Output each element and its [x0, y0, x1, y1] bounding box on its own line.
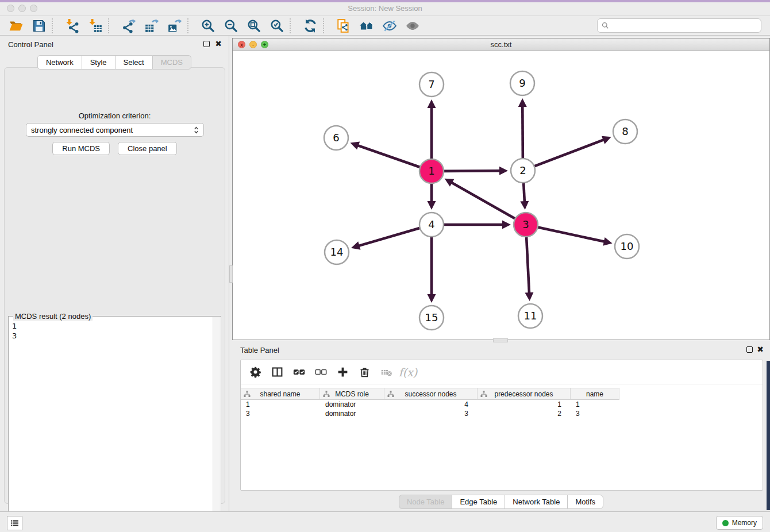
- column-header-mcds-role[interactable]: MCDS role: [320, 388, 384, 400]
- deselect-all-icon: [315, 366, 327, 378]
- tab-select[interactable]: Select: [115, 55, 152, 70]
- network-window-titlebar[interactable]: x - + scc.txt: [233, 38, 769, 51]
- table-row[interactable]: 1dominator411: [241, 400, 763, 409]
- float-panel-icon[interactable]: [203, 41, 210, 47]
- column-header-shared-name[interactable]: shared name: [241, 388, 320, 400]
- copy-network-icon: [336, 18, 351, 33]
- node-label-4: 4: [428, 218, 434, 230]
- edge-3-1[interactable]: [451, 182, 517, 219]
- vertical-splitter-handle[interactable]: [229, 265, 233, 283]
- table-row[interactable]: 3dominator323: [241, 409, 763, 418]
- edge-arrowhead: [351, 141, 360, 149]
- column-header-label: predecessor nodes: [494, 390, 553, 398]
- task-history-button[interactable]: [7, 516, 22, 530]
- memory-button[interactable]: Memory: [716, 516, 763, 530]
- save-session-button[interactable]: [28, 17, 51, 34]
- edge-arrowhead: [603, 237, 612, 246]
- table-options-icon: [249, 366, 261, 378]
- node-label-8: 8: [622, 125, 628, 137]
- home-view-button[interactable]: [355, 17, 378, 34]
- tab-network-table[interactable]: Network Table: [505, 495, 567, 509]
- export-table-button[interactable]: [140, 17, 163, 34]
- table-cell[interactable]: 2: [478, 409, 571, 418]
- search-input[interactable]: [612, 21, 757, 30]
- edge-1-6[interactable]: [357, 145, 421, 168]
- table-cell[interactable]: 3: [241, 409, 320, 418]
- criterion-select[interactable]: strongly connected component: [26, 123, 204, 137]
- open-file-icon: [9, 18, 24, 33]
- table-panel-title: Table Panel: [240, 346, 279, 354]
- import-table-button[interactable]: [84, 17, 107, 34]
- table-header-row: shared nameMCDS rolesuccessor nodesprede…: [241, 388, 763, 400]
- network-graph[interactable]: 7968124314101511: [233, 51, 769, 340]
- select-chevrons-icon: [194, 126, 199, 134]
- edge-1-2[interactable]: [442, 171, 500, 171]
- search-box[interactable]: [597, 18, 761, 33]
- search-icon: [601, 21, 610, 30]
- tab-motifs[interactable]: Motifs: [567, 495, 603, 509]
- hide-graphics-details-button[interactable]: [378, 17, 401, 34]
- table-cell[interactable]: dominator: [320, 409, 384, 418]
- table-panel-tabs: Node TableEdge TableNetwork TableMotifs: [232, 495, 770, 509]
- edge-arrowhead: [499, 167, 508, 175]
- column-header-label: MCDS role: [335, 390, 369, 398]
- result-scrollbar[interactable]: [213, 317, 220, 531]
- memory-label: Memory: [732, 519, 757, 527]
- table-cell[interactable]: dominator: [320, 400, 384, 409]
- deselect-all-button[interactable]: [311, 363, 330, 381]
- export-network-button[interactable]: [117, 17, 140, 34]
- edge-2-8[interactable]: [533, 140, 605, 167]
- horizontal-splitter-handle[interactable]: [493, 338, 508, 342]
- close-panel-icon[interactable]: ✖: [215, 39, 222, 48]
- export-network-icon: [121, 18, 136, 33]
- select-all-button[interactable]: [289, 363, 309, 381]
- open-file-button[interactable]: [5, 17, 28, 34]
- close-table-panel-icon[interactable]: ✖: [757, 345, 764, 354]
- table-cell[interactable]: 4: [384, 400, 478, 409]
- export-image-button[interactable]: [163, 17, 186, 34]
- refresh-layout-button[interactable]: [299, 17, 322, 34]
- status-bar: Memory: [0, 511, 770, 532]
- zoom-in-button[interactable]: [197, 17, 220, 34]
- toggle-columns-button[interactable]: [267, 363, 287, 381]
- edge-3-10[interactable]: [537, 227, 605, 242]
- control-panel-header: Control Panel ✖: [0, 36, 229, 53]
- save-session-icon: [32, 18, 47, 33]
- import-network-button[interactable]: [61, 17, 84, 34]
- mcds-result-text[interactable]: 1 3: [9, 319, 213, 531]
- table-cell[interactable]: 3: [571, 409, 619, 418]
- tab-style[interactable]: Style: [82, 55, 115, 70]
- tab-mcds[interactable]: MCDS: [152, 55, 191, 70]
- column-header-predecessor-nodes[interactable]: predecessor nodes: [478, 388, 571, 400]
- edge-2-3[interactable]: [523, 182, 525, 202]
- column-header-name[interactable]: name: [571, 388, 619, 400]
- edge-3-11[interactable]: [526, 236, 529, 294]
- table-cell[interactable]: 1: [478, 400, 571, 409]
- close-panel-button[interactable]: Close panel: [118, 142, 177, 155]
- edge-2-9[interactable]: [522, 106, 523, 160]
- zoom-selected-button[interactable]: [265, 17, 288, 34]
- edge-4-14[interactable]: [358, 228, 421, 246]
- edge-arrowhead: [520, 201, 529, 210]
- network-canvas[interactable]: 7968124314101511: [233, 51, 769, 340]
- float-table-panel-icon[interactable]: [746, 346, 753, 353]
- toolbar-separator: [187, 18, 195, 33]
- delete-column-button[interactable]: [355, 363, 374, 381]
- table-cell[interactable]: 1: [241, 400, 320, 409]
- edge-arrowhead: [428, 99, 436, 108]
- copy-network-button[interactable]: [332, 17, 355, 34]
- table-options-button[interactable]: [245, 363, 265, 381]
- table-cell[interactable]: 3: [384, 409, 478, 418]
- column-header-successor-nodes[interactable]: successor nodes: [384, 388, 478, 400]
- tab-node-table[interactable]: Node Table: [399, 495, 452, 509]
- table-cell[interactable]: 1: [571, 400, 619, 409]
- zoom-fit-button[interactable]: [242, 17, 265, 34]
- zoom-out-button[interactable]: [220, 17, 242, 34]
- add-column-button[interactable]: [333, 363, 352, 381]
- run-mcds-button[interactable]: Run MCDS: [52, 142, 110, 155]
- tab-network[interactable]: Network: [37, 55, 82, 70]
- node-label-3: 3: [522, 218, 529, 230]
- tab-edge-table[interactable]: Edge Table: [452, 495, 505, 509]
- delete-table-button: [376, 363, 396, 381]
- show-graphics-details-button[interactable]: [401, 17, 424, 34]
